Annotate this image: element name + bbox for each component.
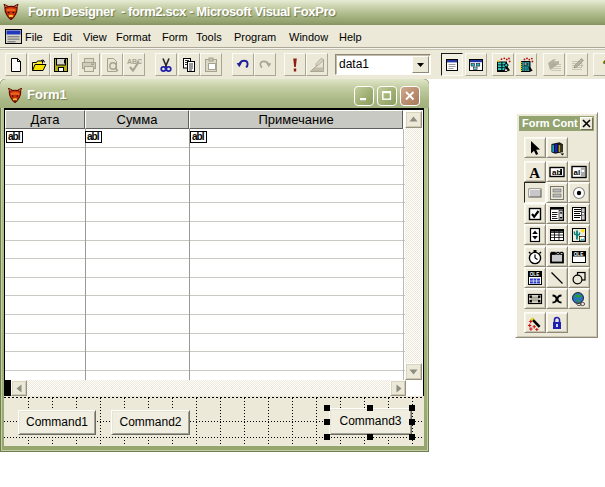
svg-text:A: A <box>529 164 540 180</box>
svg-text:OLE: OLE <box>574 251 583 256</box>
svg-text:ABC: ABC <box>127 58 142 65</box>
svg-text:OLE: OLE <box>530 272 539 277</box>
svg-text:al: al <box>574 167 581 176</box>
svg-text:ab: ab <box>552 167 561 176</box>
